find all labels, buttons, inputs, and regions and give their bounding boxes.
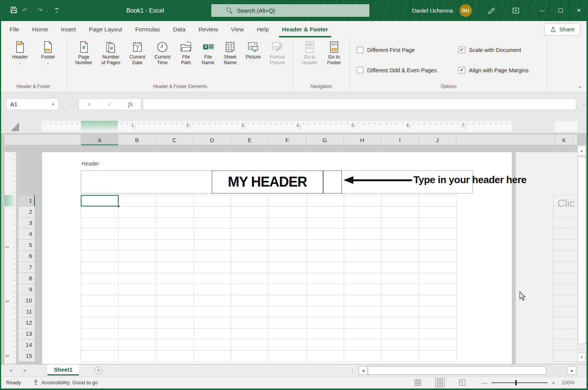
number-of-pages-button[interactable]: # Number of Pages xyxy=(100,40,121,67)
selected-cell-a1[interactable] xyxy=(81,195,119,206)
row-header[interactable]: 2 xyxy=(18,206,35,218)
column-header[interactable]: E xyxy=(231,135,268,145)
header-center-section[interactable]: MY HEADER xyxy=(212,171,342,193)
footer-button[interactable]: Footer ⌄ xyxy=(40,40,56,66)
ribbon-tab[interactable]: Insert xyxy=(54,21,82,37)
column-header[interactable]: B xyxy=(118,135,156,145)
formula-bar-handle-icon[interactable]: ⋮ xyxy=(69,101,74,107)
scroll-right-button[interactable]: ▶ xyxy=(568,366,576,375)
insert-function-icon[interactable]: fx xyxy=(128,101,133,108)
ribbon-tab[interactable]: Formulas xyxy=(129,21,167,37)
horizontal-scrollbar[interactable]: ◀ ▶ xyxy=(358,366,577,375)
page-2-cells[interactable]: Clic xyxy=(553,195,577,364)
current-date-button[interactable]: 7 Current Date xyxy=(128,40,147,67)
ribbon-checkbox-option[interactable]: ✓ Scale with Document xyxy=(459,47,529,53)
row-header[interactable]: 13 xyxy=(18,328,35,340)
row-header[interactable]: 1 xyxy=(18,195,35,206)
ribbon-tab[interactable]: Help xyxy=(250,21,276,37)
row-header[interactable]: 10 xyxy=(18,295,35,306)
ribbon-tab[interactable]: Home xyxy=(26,21,54,37)
ribbon-tab[interactable]: Page Layout xyxy=(82,21,129,37)
cancel-icon[interactable]: ✕ xyxy=(87,101,91,107)
sheet-nav-left-icon[interactable]: ◀ xyxy=(9,364,12,377)
scroll-left-button[interactable]: ◀ xyxy=(359,366,367,375)
expand-formula-bar-icon[interactable]: ⌄ xyxy=(582,101,585,106)
sheet-nav-right-icon[interactable]: ▶ xyxy=(24,364,27,377)
name-box[interactable]: A1 ▾ xyxy=(6,98,59,110)
checkbox-icon[interactable]: ✓ xyxy=(459,67,465,73)
checkbox-icon[interactable]: ✓ xyxy=(459,47,465,53)
vertical-scroll-thumb[interactable] xyxy=(578,157,586,344)
ribbon-tab[interactable]: View xyxy=(224,21,250,37)
page-number-button[interactable]: # Page Number xyxy=(74,40,93,67)
undo-dropdown-icon[interactable]: ⌄ xyxy=(30,9,33,13)
add-sheet-button[interactable]: + xyxy=(95,366,103,374)
redo-icon[interactable]: ↷ xyxy=(38,6,43,15)
row-header[interactable]: 9 xyxy=(18,284,35,295)
ribbon-tab[interactable]: Header & Footer xyxy=(276,21,335,37)
column-header[interactable]: H xyxy=(344,135,381,145)
cell-grid[interactable] xyxy=(81,195,457,362)
ribbon-tab[interactable]: Data xyxy=(167,21,192,37)
column-header[interactable]: D xyxy=(193,135,231,145)
vertical-scrollbar[interactable]: ▲ ▼ xyxy=(577,145,586,364)
ribbon-tab[interactable]: Review xyxy=(192,21,225,37)
file-name-button[interactable]: X File Name xyxy=(201,40,216,67)
horizontal-scroll-thumb[interactable] xyxy=(368,366,546,375)
page-break-view-button[interactable] xyxy=(459,379,466,386)
column-header[interactable]: J xyxy=(419,135,456,145)
row-header[interactable]: 7 xyxy=(18,262,35,273)
ribbon-display-options-icon[interactable] xyxy=(512,6,520,15)
status-mode[interactable]: Ready xyxy=(6,377,21,388)
collapse-ribbon-icon[interactable]: ⌃ xyxy=(577,85,582,91)
checkbox-icon[interactable]: ✓ xyxy=(357,67,363,73)
formula-input[interactable] xyxy=(143,98,576,110)
fill-handle[interactable] xyxy=(117,205,120,208)
scroll-down-button[interactable]: ▼ xyxy=(578,353,586,362)
close-button[interactable]: ✕ xyxy=(570,0,588,21)
scrollbar-resize-handle-icon[interactable]: ⋮ xyxy=(350,364,355,377)
sheet-tab-sheet1[interactable]: Sheet1 xyxy=(47,364,79,375)
normal-view-button[interactable] xyxy=(414,379,421,386)
minimize-button[interactable]: — xyxy=(533,0,551,21)
header-button[interactable]: Header ⌄ xyxy=(11,40,29,66)
customize-quick-access-icon[interactable]: ⌄ xyxy=(55,8,59,13)
name-box-dropdown-icon[interactable]: ▾ xyxy=(48,102,58,106)
zoom-slider[interactable] xyxy=(492,382,547,383)
undo-icon[interactable]: ↶ xyxy=(22,6,28,15)
column-header-k[interactable]: K xyxy=(555,135,573,145)
row-header[interactable]: 4 xyxy=(18,229,35,240)
row-header[interactable]: 6 xyxy=(18,251,35,262)
avatar[interactable]: DU xyxy=(459,4,472,17)
row-header[interactable]: 8 xyxy=(18,273,35,284)
zoom-slider-thumb[interactable] xyxy=(515,380,517,385)
picture-button[interactable]: Picture xyxy=(245,40,262,61)
checkbox-icon[interactable]: ✓ xyxy=(357,47,363,53)
column-header[interactable]: I xyxy=(381,135,419,145)
page-layout-view-button[interactable] xyxy=(436,378,444,387)
row-header[interactable]: 5 xyxy=(18,240,35,251)
column-header[interactable]: G xyxy=(306,135,344,145)
share-button[interactable]: Share xyxy=(544,23,580,36)
go-to-footer-button[interactable]: Go to Footer xyxy=(326,40,342,67)
zoom-level[interactable]: 100% xyxy=(562,380,575,385)
redo-dropdown-icon[interactable]: ⌄ xyxy=(45,9,48,13)
ribbon-checkbox-option[interactable]: ✓ Align with Page Margins xyxy=(459,67,529,73)
row-header[interactable]: 15 xyxy=(18,351,35,362)
search-bar[interactable]: Search (Alt+Q) xyxy=(211,4,369,17)
zoom-in-button[interactable]: + xyxy=(552,379,555,386)
column-header[interactable]: F xyxy=(269,135,306,145)
zoom-out-button[interactable]: — xyxy=(482,379,487,386)
sheet-name-button[interactable]: Sheet Name xyxy=(222,40,238,67)
file-path-button[interactable]: File Path xyxy=(178,40,194,67)
row-header[interactable]: 14 xyxy=(18,340,35,351)
row-header[interactable]: 11 xyxy=(18,306,35,317)
save-icon[interactable] xyxy=(10,6,18,15)
current-time-button[interactable]: Current Time xyxy=(153,40,172,67)
ribbon-checkbox-option[interactable]: ✓ Different Odd & Even Pages xyxy=(357,67,459,73)
accessibility-icon[interactable] xyxy=(33,379,39,387)
ribbon-checkbox-option[interactable]: ✓ Different First Page xyxy=(357,47,459,53)
accessibility-status[interactable]: Accessibility: Good to go xyxy=(41,377,98,388)
maximize-button[interactable] xyxy=(551,0,570,21)
row-header[interactable]: 12 xyxy=(18,317,35,328)
